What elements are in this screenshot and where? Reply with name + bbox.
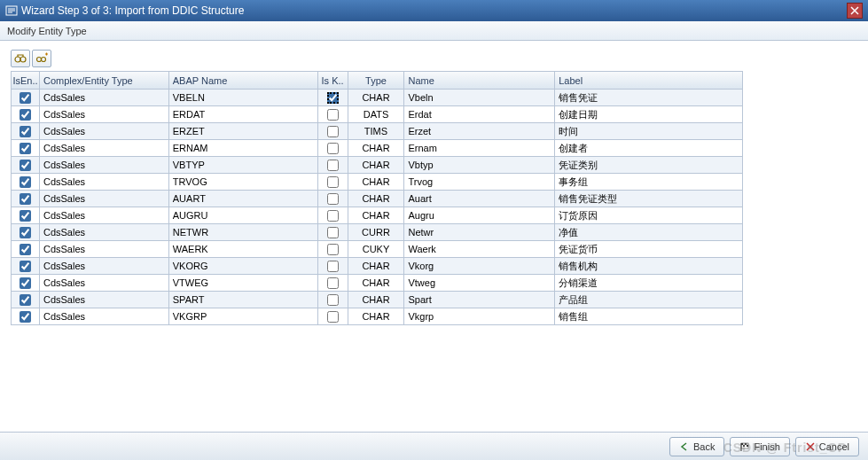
cell-name[interactable]: Augru bbox=[404, 207, 555, 224]
cell-name[interactable]: Auart bbox=[404, 191, 555, 207]
cell-label[interactable]: 订货原因 bbox=[555, 207, 743, 224]
cell-name[interactable]: Ernam bbox=[404, 140, 555, 157]
cell-type[interactable]: CHAR bbox=[348, 258, 405, 275]
cell-abap[interactable]: AUGRU bbox=[169, 207, 318, 224]
cell-label[interactable]: 凭证货币 bbox=[555, 241, 743, 258]
isk-checkbox[interactable] bbox=[327, 176, 339, 188]
cell-entity[interactable]: CdsSales bbox=[40, 140, 169, 157]
cell-abap[interactable]: TRVOG bbox=[169, 174, 318, 191]
col-abap[interactable]: ABAP Name bbox=[169, 72, 318, 90]
cell-abap[interactable]: AUART bbox=[169, 191, 318, 207]
cell-abap[interactable]: ERDAT bbox=[169, 106, 318, 123]
cell-type[interactable]: CHAR bbox=[348, 191, 405, 207]
isk-checkbox[interactable] bbox=[327, 193, 339, 205]
close-button[interactable] bbox=[847, 3, 863, 19]
cell-entity[interactable]: CdsSales bbox=[40, 292, 169, 308]
isk-checkbox[interactable] bbox=[327, 261, 339, 272]
cell-entity[interactable]: CdsSales bbox=[40, 241, 169, 258]
cell-abap[interactable]: VTWEG bbox=[169, 275, 318, 292]
isen-checkbox[interactable] bbox=[20, 193, 31, 205]
isen-checkbox[interactable] bbox=[20, 261, 31, 272]
cell-type[interactable]: CHAR bbox=[348, 292, 405, 308]
cell-label[interactable]: 销售组 bbox=[555, 308, 743, 325]
cell-type[interactable]: CURR bbox=[348, 224, 405, 241]
cell-type[interactable]: DATS bbox=[348, 106, 405, 123]
cell-name[interactable]: Vtweg bbox=[404, 275, 555, 292]
cell-label[interactable]: 净值 bbox=[555, 224, 743, 241]
cell-type[interactable]: CHAR bbox=[348, 308, 405, 325]
cell-abap[interactable]: WAERK bbox=[169, 241, 318, 258]
cell-entity[interactable]: CdsSales bbox=[40, 308, 169, 325]
cell-name[interactable]: Trvog bbox=[404, 174, 555, 191]
isen-checkbox[interactable] bbox=[20, 126, 31, 137]
isk-checkbox[interactable] bbox=[327, 109, 339, 121]
isen-checkbox[interactable] bbox=[20, 92, 31, 104]
isen-checkbox[interactable] bbox=[20, 160, 31, 171]
cell-label[interactable]: 销售机构 bbox=[555, 258, 743, 275]
cell-name[interactable]: Erzet bbox=[404, 123, 555, 140]
cell-name[interactable]: Netwr bbox=[404, 224, 555, 241]
isk-checkbox[interactable] bbox=[327, 227, 339, 238]
cell-label[interactable]: 销售凭证类型 bbox=[555, 191, 743, 207]
find-button[interactable] bbox=[11, 50, 30, 67]
cell-type[interactable]: CHAR bbox=[348, 140, 405, 157]
cell-label[interactable]: 凭证类别 bbox=[555, 157, 743, 174]
find-next-button[interactable] bbox=[32, 50, 51, 67]
cell-entity[interactable]: CdsSales bbox=[40, 123, 169, 140]
cell-label[interactable]: 事务组 bbox=[555, 174, 743, 191]
isk-checkbox[interactable] bbox=[327, 277, 339, 289]
isen-checkbox[interactable] bbox=[20, 244, 31, 255]
cell-abap[interactable]: VKORG bbox=[169, 258, 318, 275]
cell-entity[interactable]: CdsSales bbox=[40, 90, 169, 106]
cell-name[interactable]: Erdat bbox=[404, 106, 555, 123]
cell-type[interactable]: CUKY bbox=[348, 241, 405, 258]
col-name[interactable]: Name bbox=[404, 72, 555, 90]
cell-abap[interactable]: VBELN bbox=[169, 90, 318, 106]
cell-type[interactable]: TIMS bbox=[348, 123, 405, 140]
cell-name[interactable]: Vbeln bbox=[404, 90, 555, 106]
cell-abap[interactable]: NETWR bbox=[169, 224, 318, 241]
isk-checkbox[interactable] bbox=[327, 311, 339, 323]
cell-entity[interactable]: CdsSales bbox=[40, 207, 169, 224]
cell-entity[interactable]: CdsSales bbox=[40, 258, 169, 275]
cell-abap[interactable]: VBTYP bbox=[169, 157, 318, 174]
col-entity[interactable]: Complex/Entity Type bbox=[40, 72, 169, 90]
cell-abap[interactable]: SPART bbox=[169, 292, 318, 308]
isk-checkbox[interactable] bbox=[327, 92, 339, 104]
col-isk[interactable]: Is K.. bbox=[318, 72, 348, 90]
cell-name[interactable]: Vbtyp bbox=[404, 157, 555, 174]
isen-checkbox[interactable] bbox=[20, 109, 31, 121]
cell-type[interactable]: CHAR bbox=[348, 275, 405, 292]
isk-checkbox[interactable] bbox=[327, 160, 339, 171]
isk-checkbox[interactable] bbox=[327, 210, 339, 222]
isk-checkbox[interactable] bbox=[327, 294, 339, 306]
cell-label[interactable]: 创建者 bbox=[555, 140, 743, 157]
isen-checkbox[interactable] bbox=[20, 210, 31, 222]
col-type[interactable]: Type bbox=[348, 72, 405, 90]
cell-entity[interactable]: CdsSales bbox=[40, 106, 169, 123]
cell-abap[interactable]: ERZET bbox=[169, 123, 318, 140]
isk-checkbox[interactable] bbox=[327, 143, 339, 154]
isen-checkbox[interactable] bbox=[20, 277, 31, 289]
cell-entity[interactable]: CdsSales bbox=[40, 224, 169, 241]
cancel-button[interactable]: Cancel bbox=[795, 437, 859, 456]
cell-name[interactable]: Waerk bbox=[404, 241, 555, 258]
isen-checkbox[interactable] bbox=[20, 227, 31, 238]
cell-name[interactable]: Vkorg bbox=[404, 258, 555, 275]
isen-checkbox[interactable] bbox=[20, 176, 31, 188]
col-label[interactable]: Label bbox=[555, 72, 743, 90]
cell-entity[interactable]: CdsSales bbox=[40, 191, 169, 207]
cell-label[interactable]: 创建日期 bbox=[555, 106, 743, 123]
cell-abap[interactable]: VKGRP bbox=[169, 308, 318, 325]
cell-label[interactable]: 时间 bbox=[555, 123, 743, 140]
cell-label[interactable]: 分销渠道 bbox=[555, 275, 743, 292]
isen-checkbox[interactable] bbox=[20, 143, 31, 154]
cell-name[interactable]: Vkgrp bbox=[404, 308, 555, 325]
isen-checkbox[interactable] bbox=[20, 294, 31, 306]
cell-label[interactable]: 销售凭证 bbox=[555, 90, 743, 106]
finish-button[interactable]: Finish bbox=[730, 437, 789, 456]
cell-entity[interactable]: CdsSales bbox=[40, 174, 169, 191]
cell-abap[interactable]: ERNAM bbox=[169, 140, 318, 157]
isk-checkbox[interactable] bbox=[327, 244, 339, 255]
cell-type[interactable]: CHAR bbox=[348, 207, 405, 224]
